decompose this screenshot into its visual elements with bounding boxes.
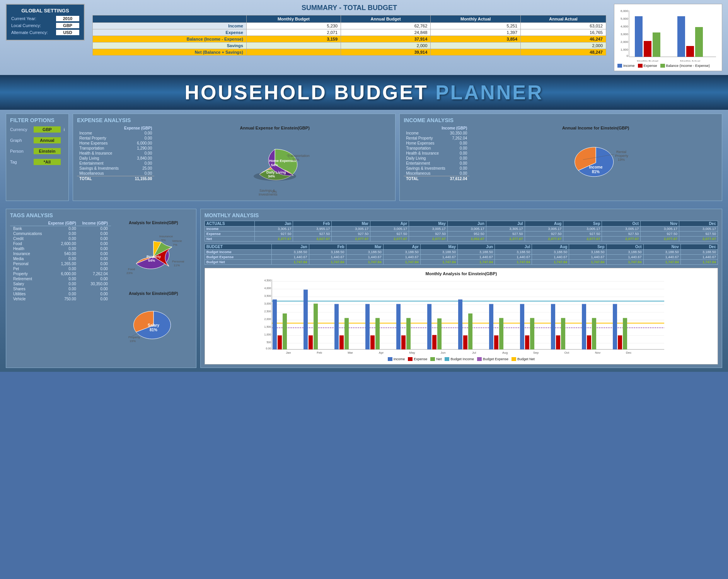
bar-m9-income	[551, 304, 555, 349]
monthly-actuals-table: ACTUALS Jan Feb Mar Apr May Jun Jul Aug …	[205, 221, 718, 242]
ml-income: Income	[388, 357, 405, 361]
bar-m9-net	[561, 318, 565, 349]
bar-mb-expense	[644, 41, 651, 57]
bar-m2-net	[344, 318, 349, 349]
tags-col-income: Income (GBP)	[79, 221, 111, 226]
ml-expense: Expense	[408, 357, 427, 361]
bar-m0-income	[273, 300, 277, 349]
ml-income-label: Income	[394, 357, 405, 361]
net-annual-budget: 39,914	[341, 49, 431, 56]
svg-text:5%: 5%	[161, 238, 166, 242]
income-monthly-actual: 5,251	[431, 23, 521, 29]
legend-income-label: Income	[623, 64, 635, 68]
filter-currency-value[interactable]: GBP	[34, 126, 61, 133]
filter-title: FILTER OPTIONS	[10, 117, 65, 123]
filter-person-value[interactable]: Einstein	[34, 148, 61, 154]
gs-year-label: Current Year:	[11, 16, 54, 21]
title-part1: HOUSEHOLD BUDGET PLANNER	[184, 81, 543, 104]
filter-currency-row: Currency GBP i	[10, 126, 65, 133]
net-annual-actual: 48,247	[521, 49, 606, 56]
filter-tag-value[interactable]: *All	[34, 159, 61, 165]
tags-title: TAGS ANALYSIS	[10, 212, 192, 218]
tags-table-row: Food2,600.000.00	[10, 241, 111, 246]
svg-text:4,000: 4,000	[264, 287, 271, 290]
monthly-bar-chart-container: Monthly Analysis for Einstein(GBP) 4,500…	[205, 268, 718, 364]
ml-budget-net-color	[511, 357, 516, 361]
budget-oct-h: Oct	[606, 244, 643, 250]
svg-text:1,000: 1,000	[264, 333, 271, 336]
gs-year-row: Current Year: 2010	[11, 16, 79, 21]
bar-ma-income	[677, 16, 685, 57]
ml-net-label: Net	[436, 357, 442, 361]
bar-m1-net	[314, 304, 318, 349]
actuals-aug-h: Aug	[525, 221, 563, 226]
tags-col-label	[10, 221, 45, 226]
legend-income-color	[617, 64, 622, 68]
monthly-budget-table: BUDGET Jan Feb Mar Apr May Jun Jul Aug S…	[205, 244, 718, 265]
svg-text:Jun: Jun	[440, 351, 445, 354]
top-section: GLOBAL SETTINGS Current Year: 2010 Local…	[0, 0, 728, 75]
svg-text:3,000: 3,000	[264, 302, 271, 305]
svg-text:Insurance: Insurance	[159, 235, 173, 238]
balance-row: Balance (Income - Expense) 3,159 37,914 …	[93, 36, 606, 43]
monthly-bars-group	[273, 290, 627, 349]
analysis-section: FILTER OPTIONS Currency GBP i Graph Annu…	[0, 110, 728, 205]
filter-currency-label: Currency	[10, 127, 31, 132]
income-monthly-budget: 5,230	[246, 23, 341, 29]
legend-balance-label: Balance (Income - Expense)	[666, 64, 710, 68]
bar-m1-income	[303, 290, 308, 349]
bar-m10-net	[592, 318, 596, 349]
tags-pie2-title: Analysis for Einstein(GBP)	[129, 291, 178, 296]
savings-row: Savings 2,000 2,000	[93, 43, 606, 49]
budget-apr-h: Apr	[383, 244, 420, 250]
tags-table-row: Retirement0.000.00	[10, 276, 111, 281]
col-monthly-budget: Monthly Budget	[246, 15, 341, 23]
filter-tag-row: Tag *All	[10, 159, 65, 165]
legend-expense-color	[638, 64, 643, 68]
actuals-nov-h: Nov	[641, 221, 679, 226]
svg-text:Transportation: Transportation	[287, 154, 310, 158]
svg-text:54%: 54%	[148, 259, 155, 262]
expense-analysis-title: EXPENSE ANALYSIS	[77, 117, 391, 123]
svg-text:Jan: Jan	[286, 351, 291, 354]
budget-row-budgetNet: Budget Net1,747.841,747.841,747.841,747.…	[205, 260, 718, 265]
filter-tag-label: Tag	[10, 160, 31, 164]
bar-m4-income	[396, 304, 401, 349]
svg-text:1,500: 1,500	[264, 325, 271, 328]
bar-m3-income	[365, 304, 370, 349]
ml-expense-label: Expense	[414, 357, 427, 361]
budget-jun-h: Jun	[458, 244, 495, 250]
tags-table-row: Vehicle750.000.00	[10, 296, 111, 301]
tags-pie1-svg: Property 54% Food 23% Personal 11% Vehic…	[115, 226, 192, 288]
bar-m0-expense	[278, 335, 282, 349]
budget-row-budgetExpense: Budget Expense1,440.671,440.671,440.671,…	[205, 255, 718, 260]
income-pie-area: Annual Income for Einstein(GBP) Income 8…	[473, 126, 718, 194]
bar-m4-expense	[401, 335, 406, 349]
summary-section: SUMMARY - TOTAL BUDGET Monthly Budget An…	[92, 4, 606, 56]
net-monthly-actual	[431, 49, 521, 56]
svg-text:4,000: 4,000	[621, 25, 629, 28]
svg-text:81%: 81%	[150, 328, 157, 332]
bar-mb-income	[635, 16, 643, 57]
tags-pie1-area: Analysis for Einstein(GBP)	[115, 221, 192, 288]
actuals-row-expense: Expense927.50927.50927.50927.50927.50952…	[205, 232, 718, 237]
filter-graph-value[interactable]: Annual	[34, 137, 61, 143]
tags-pie-charts: Analysis for Einstein(GBP)	[115, 221, 192, 354]
budget-feb-h: Feb	[309, 244, 346, 250]
tags-table-row: Property6,000.007,262.04	[10, 271, 111, 276]
gs-currency-label: Local Currency:	[11, 23, 54, 28]
svg-text:Rental: Rental	[616, 150, 626, 154]
monthly-chart-svg: 4,500 4,000 3,500 3,000 2,500 2,000 1,50…	[208, 278, 714, 355]
svg-text:Property: Property	[615, 154, 629, 158]
global-settings-panel: GLOBAL SETTINGS Current Year: 2010 Local…	[6, 4, 85, 41]
svg-text:12%: 12%	[292, 158, 299, 162]
bar-m0-net	[283, 313, 287, 349]
actuals-may-h: May	[409, 221, 448, 226]
actuals-row-net: Net2,377.673,027.672,077.672,077.672,077…	[205, 237, 718, 242]
global-settings-title: GLOBAL SETTINGS	[11, 8, 79, 14]
legend-expense: Expense	[638, 64, 657, 68]
bar-m2-income	[334, 304, 339, 349]
ml-budget-net: Budget Net	[511, 357, 535, 361]
bar-m3-net	[375, 318, 380, 349]
budget-nov-h: Nov	[643, 244, 680, 250]
